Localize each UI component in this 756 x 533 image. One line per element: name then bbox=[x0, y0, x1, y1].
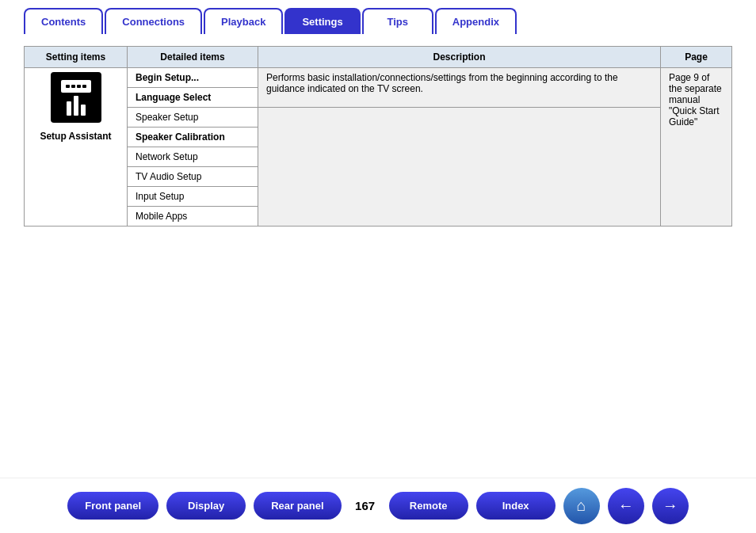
next-button[interactable]: → bbox=[652, 488, 689, 524]
top-navigation: Contents Connections Playback Settings T… bbox=[0, 0, 756, 34]
settings-table: Setting items Detailed items Description… bbox=[24, 46, 732, 227]
detailed-item-begin: Begin Setup... bbox=[128, 68, 258, 88]
rear-panel-button[interactable]: Rear panel bbox=[254, 492, 341, 520]
description-begin: Performs basic installation/connections/… bbox=[258, 68, 661, 108]
header-page: Page bbox=[661, 47, 732, 68]
setting-item-label: Setup Assistant bbox=[32, 131, 119, 142]
table-row: Speaker Setup bbox=[25, 108, 732, 128]
detailed-item-speaker-setup: Speaker Setup bbox=[128, 108, 258, 128]
page-number: 167 bbox=[349, 499, 381, 512]
detailed-item-mobile: Mobile Apps bbox=[128, 207, 258, 227]
tab-playback[interactable]: Playback bbox=[204, 8, 283, 34]
tab-connections[interactable]: Connections bbox=[105, 8, 202, 34]
header-description: Description bbox=[258, 47, 661, 68]
tab-contents[interactable]: Contents bbox=[24, 8, 103, 34]
tab-tips[interactable]: Tips bbox=[362, 8, 433, 34]
setup-assistant-icon bbox=[51, 72, 101, 123]
detailed-item-network: Network Setup bbox=[128, 147, 258, 167]
prev-button[interactable]: ← bbox=[608, 488, 644, 524]
header-detailed: Detailed items bbox=[128, 47, 258, 68]
detailed-item-input: Input Setup bbox=[128, 187, 258, 207]
tab-appendix[interactable]: Appendix bbox=[435, 8, 517, 34]
detailed-item-tv-audio: TV Audio Setup bbox=[128, 167, 258, 187]
display-button[interactable]: Display bbox=[166, 492, 246, 520]
front-panel-button[interactable]: Front panel bbox=[67, 492, 158, 520]
home-button[interactable]: ⌂ bbox=[563, 488, 600, 524]
header-setting: Setting items bbox=[25, 47, 128, 68]
setting-item-cell: Setup Assistant bbox=[25, 68, 128, 227]
detailed-item-language: Language Select bbox=[128, 88, 258, 108]
main-content: Setting items Detailed items Description… bbox=[0, 34, 756, 238]
bottom-navigation: Front panel Display Rear panel 167 Remot… bbox=[0, 478, 756, 533]
page-ref: Page 9 of the separate manual "Quick Sta… bbox=[661, 68, 732, 227]
table-row: Setup Assistant Begin Setup... Performs … bbox=[25, 68, 732, 88]
index-button[interactable]: Index bbox=[476, 492, 556, 520]
tab-settings[interactable]: Settings bbox=[284, 8, 360, 34]
detailed-item-speaker-cal: Speaker Calibration bbox=[128, 128, 258, 147]
description-empty bbox=[258, 108, 661, 227]
remote-button[interactable]: Remote bbox=[389, 492, 468, 520]
